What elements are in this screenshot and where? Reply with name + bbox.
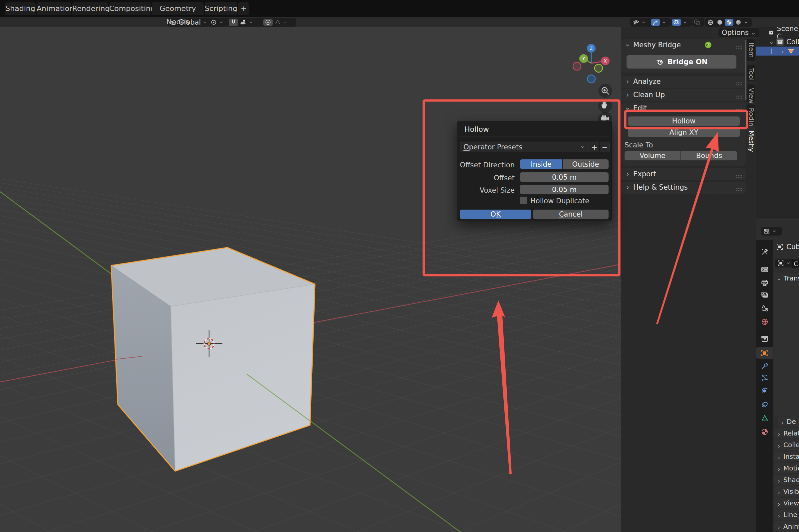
tab-world[interactable] (760, 318, 769, 326)
voxel-size-field[interactable]: 0.05 m (520, 185, 609, 194)
n-panel-tab-view[interactable]: View (747, 84, 756, 102)
tab-particles[interactable] (760, 374, 769, 382)
workspace-tab-shading[interactable]: Shading (5, 2, 36, 15)
tab-constraints[interactable] (760, 400, 769, 409)
panel-row-label: Shad (783, 476, 799, 484)
panel-row-view[interactable]: View (774, 498, 799, 508)
volume-button[interactable]: Volume (625, 151, 681, 160)
gizmo-neg-x-axis[interactable] (573, 62, 581, 70)
object-name-field[interactable]: C (792, 260, 799, 268)
tab-object-data[interactable] (760, 414, 769, 422)
n-panel-tab-rodin[interactable]: Rodin (747, 104, 756, 125)
tab-tool[interactable] (760, 248, 769, 256)
gizmo-neg-y-axis[interactable] (595, 64, 602, 72)
workspace-tab-geometry-nodes[interactable]: Geometry Nodes (152, 2, 204, 15)
n-panel-tab-item[interactable]: Item (747, 39, 756, 61)
grip-icon[interactable] (736, 106, 742, 110)
xray-toggle[interactable] (692, 18, 704, 26)
grip-icon[interactable] (736, 172, 742, 176)
pan-hand-button[interactable] (598, 99, 612, 113)
workspace-tab-animation[interactable]: Animation (37, 2, 71, 15)
gizmo-y-axis[interactable]: Y (579, 54, 588, 63)
chevron-down-icon (743, 20, 749, 25)
scrollbar[interactable] (745, 40, 746, 100)
navigation-gizmo[interactable]: Z Y X (566, 38, 619, 88)
grip-icon[interactable] (736, 43, 742, 47)
show-overlays-toggle[interactable] (672, 19, 681, 26)
grip-icon[interactable] (736, 93, 742, 97)
proportional-editing-toggle[interactable] (263, 19, 273, 26)
panel-row-de[interactable]: De (778, 417, 799, 426)
rendered-sphere-icon (735, 19, 742, 26)
tab-collection[interactable] (760, 335, 769, 343)
workspace-tab-rendering[interactable]: Rendering (72, 2, 108, 15)
panel-header-edit[interactable]: Edit (621, 102, 746, 114)
eye-cursor-icon (632, 19, 639, 26)
tab-material[interactable] (760, 428, 769, 436)
material-preview-button[interactable] (725, 19, 733, 26)
workspace-tab-scripting[interactable]: Scripting (205, 2, 237, 15)
operator-presets-dropdown[interactable]: Operator Presets (460, 142, 589, 152)
transform-panel-header[interactable]: Trans (774, 273, 799, 283)
chevron-right-icon (776, 524, 781, 529)
preset-add-button[interactable]: + (590, 142, 599, 152)
tab-modifiers[interactable] (760, 362, 769, 370)
inside-option[interactable]: Inside (520, 159, 562, 169)
panel-edit: Edit Hollow Align XY Scale To Volume Bou… (621, 102, 746, 166)
rendered-shading-button[interactable] (734, 19, 743, 26)
options-button[interactable]: Options (719, 28, 759, 37)
panel-row-anim[interactable]: Anim (774, 521, 799, 531)
grip-icon[interactable] (736, 185, 742, 189)
object-visibility-dropdown[interactable] (630, 18, 651, 26)
tab-output[interactable] (760, 279, 769, 287)
tab-render[interactable] (760, 265, 769, 274)
tab-output-icon (760, 279, 769, 287)
tab-view-layer[interactable] (760, 291, 769, 300)
panel-row-relat[interactable]: Relat (774, 428, 799, 438)
hollow-button[interactable]: Hollow (628, 116, 740, 126)
snap-toggle[interactable] (229, 19, 238, 26)
bounds-button[interactable]: Bounds (681, 151, 737, 160)
gizmo-z-axis[interactable]: Z (587, 44, 596, 53)
solid-shading-button[interactable] (716, 19, 724, 26)
panel-row-motio[interactable]: Motio (774, 463, 799, 473)
outliner-row-cube-selected[interactable] (756, 46, 799, 56)
panel-header-clean-up[interactable]: Clean Up (621, 89, 746, 100)
panel-row-colle[interactable]: Colle (774, 440, 799, 450)
properties-editor-type-dropdown[interactable] (761, 227, 782, 235)
panel-header-meshy-bridge[interactable]: Meshy Bridge (621, 39, 746, 51)
align-xy-button[interactable]: Align XY (628, 128, 740, 137)
panel-header-help-settings[interactable]: Help & Settings (621, 182, 746, 193)
grip-icon[interactable] (736, 79, 742, 83)
hollow-duplicate-checkbox[interactable] (520, 197, 527, 204)
panel-row-line[interactable]: Line (774, 510, 799, 520)
snap-target-icon[interactable] (239, 19, 247, 26)
bridge-on-button[interactable]: Bridge ON (627, 55, 737, 69)
tab-scene[interactable] (760, 304, 769, 313)
outside-option[interactable]: Outside (563, 159, 609, 169)
gizmo-neg-z-axis[interactable] (587, 75, 595, 83)
panel-header-analyze[interactable]: Analyze (621, 76, 746, 87)
panel-row-insta[interactable]: Insta (774, 452, 799, 461)
panel-row-visib[interactable]: Visib (774, 487, 799, 496)
workspace-tab-compositing[interactable]: Compositing (109, 2, 151, 15)
panel-header-export[interactable]: Export (621, 168, 746, 180)
falloff-curve-icon[interactable] (274, 19, 281, 26)
n-panel-tab-meshy[interactable]: Meshy (747, 127, 756, 150)
pivot-point-dropdown[interactable] (208, 18, 228, 26)
preset-remove-button[interactable]: − (600, 142, 610, 152)
tab-physics[interactable] (760, 386, 769, 395)
outliner-row-scene-collection[interactable]: Scene C (756, 28, 799, 37)
gizmo-x-axis[interactable]: X (601, 57, 610, 65)
tab-object[interactable] (756, 347, 773, 359)
wireframe-shading-button[interactable] (706, 19, 715, 26)
n-panel-tab-tool[interactable]: Tool (747, 64, 756, 81)
cancel-button[interactable]: Cancel (533, 210, 609, 219)
ok-button[interactable]: OK (460, 210, 531, 219)
zoom-button[interactable] (598, 84, 612, 98)
offset-value-field[interactable]: 0.05 m (520, 172, 609, 182)
panel-row-shad[interactable]: Shad (774, 475, 799, 485)
add-workspace-button[interactable]: + (238, 2, 249, 15)
outliner-row-collection[interactable]: Coll (756, 37, 799, 46)
show-gizmos-toggle[interactable] (651, 19, 660, 26)
